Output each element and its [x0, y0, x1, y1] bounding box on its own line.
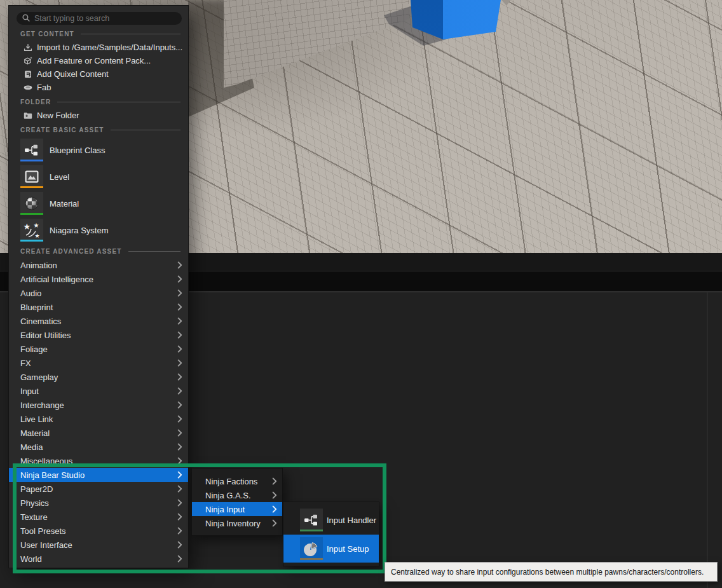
- search-icon: [22, 13, 31, 24]
- category-cinematics[interactable]: Cinematics: [9, 314, 188, 328]
- category-tool-presets[interactable]: Tool Presets: [9, 524, 188, 538]
- category-texture[interactable]: Texture: [9, 510, 188, 524]
- chevron-right-icon: [177, 499, 182, 507]
- input-handler-icon: [300, 509, 323, 531]
- category-animation[interactable]: Animation: [9, 258, 188, 272]
- chevron-right-icon: [177, 289, 182, 297]
- category-audio[interactable]: Audio: [9, 286, 188, 300]
- asset-color-underline: [20, 160, 43, 161]
- chevron-right-icon: [177, 345, 182, 353]
- tooltip: Centralized way to share input configura…: [385, 562, 718, 582]
- category-world[interactable]: World: [9, 552, 188, 566]
- tooltip-text: Centralized way to share input configura…: [391, 568, 704, 577]
- category-artificial-intelligence[interactable]: Artificial Intelligence: [9, 272, 188, 286]
- chevron-right-icon: [177, 359, 182, 367]
- menu-item-import-to-game-samples-data-inputs[interactable]: Import to /Game/Samples/Data/Inputs...: [9, 41, 188, 54]
- category-foliage[interactable]: Foliage: [9, 342, 188, 356]
- menu-item-input-handler[interactable]: Input Handler: [283, 505, 379, 535]
- category-editor-utilities[interactable]: Editor Utilities: [9, 328, 188, 342]
- category-fx[interactable]: FX: [9, 356, 188, 370]
- chevron-right-icon: [177, 373, 182, 381]
- create-basic-asset-list: Blueprint Class Level Material ★★★: [9, 137, 188, 243]
- chevron-right-icon: [177, 485, 182, 493]
- chevron-right-icon: [177, 317, 182, 325]
- section-header-create-advanced-asset: CREATE ADVANCED ASSET: [20, 247, 180, 256]
- menu-item-blueprint-class[interactable]: Blueprint Class: [9, 137, 188, 163]
- blueprint-class-icon: [20, 139, 43, 161]
- chevron-right-icon: [177, 415, 182, 423]
- category-material[interactable]: Material: [9, 426, 188, 440]
- menu-item-level[interactable]: Level: [9, 163, 188, 190]
- menu-item-fab[interactable]: Fab: [9, 81, 188, 94]
- category-miscellaneous[interactable]: Miscellaneous: [9, 454, 188, 468]
- chevron-right-icon: [272, 477, 277, 485]
- submenu-item-ninja-g-a-s[interactable]: Ninja G.A.S.: [192, 488, 282, 502]
- chevron-right-icon: [177, 555, 182, 563]
- material-icon: [20, 192, 43, 215]
- chevron-right-icon: [177, 513, 182, 521]
- category-user-interface[interactable]: User Interface: [9, 538, 188, 552]
- content-pack-icon: [23, 56, 33, 66]
- chevron-right-icon: [177, 541, 182, 549]
- chevron-right-icon: [177, 387, 182, 395]
- asset-color-underline: [300, 530, 323, 531]
- unreal-editor-screen: GET CONTENT Import to /Game/Samples/Data…: [0, 0, 722, 588]
- new-folder-icon: [23, 111, 33, 121]
- asset-color-underline: [20, 186, 43, 188]
- import-icon: [23, 43, 33, 53]
- input-setup-icon: [300, 537, 323, 560]
- submenu-item-ninja-inventory[interactable]: Ninja Inventory: [192, 516, 282, 530]
- chevron-right-icon: [177, 303, 182, 311]
- svg-text:★: ★: [35, 233, 40, 239]
- quixel-icon: [23, 69, 33, 79]
- chevron-right-icon: [177, 457, 182, 465]
- menu-item-material[interactable]: Material: [9, 190, 188, 217]
- ninja-input-submenu: Input Handler Input Setup: [283, 502, 379, 566]
- section-header-folder: FOLDER: [20, 97, 180, 106]
- search-input[interactable]: [34, 14, 177, 23]
- chevron-right-icon: [177, 401, 182, 409]
- chevron-right-icon: [177, 429, 182, 437]
- category-paper2d[interactable]: Paper2D: [9, 482, 188, 496]
- category-physics[interactable]: Physics: [9, 496, 188, 510]
- content-browser-context-menu: GET CONTENT Import to /Game/Samples/Data…: [9, 6, 188, 568]
- folder-list: New Folder: [9, 109, 188, 122]
- category-input[interactable]: Input: [9, 384, 188, 398]
- menu-item-add-feature-or-content-pack[interactable]: Add Feature or Content Pack...: [9, 54, 188, 67]
- asset-color-underline: [20, 213, 43, 215]
- menu-item-niagara-system[interactable]: ★★★ Niagara System: [9, 217, 188, 243]
- chevron-right-icon: [177, 275, 182, 283]
- fab-icon: [23, 83, 33, 93]
- category-media[interactable]: Media: [9, 440, 188, 454]
- category-ninja-bear-studio[interactable]: Ninja Bear Studio: [9, 468, 188, 482]
- level-icon: [20, 165, 43, 188]
- search-box[interactable]: [17, 12, 182, 25]
- menu-item-input-setup[interactable]: Input Setup: [283, 535, 379, 563]
- chevron-right-icon: [272, 505, 277, 513]
- get-content-list: Import to /Game/Samples/Data/Inputs... A…: [9, 41, 188, 94]
- chevron-right-icon: [272, 519, 277, 527]
- svg-text:★: ★: [34, 222, 39, 229]
- chevron-right-icon: [272, 491, 277, 499]
- section-header-create-basic-asset: CREATE BASIC ASSET: [20, 125, 180, 134]
- niagara-icon: ★★★: [20, 219, 43, 242]
- category-gameplay[interactable]: Gameplay: [9, 370, 188, 384]
- svg-text:★: ★: [24, 222, 31, 231]
- asset-color-underline: [20, 240, 43, 242]
- category-blueprint[interactable]: Blueprint: [9, 300, 188, 314]
- chevron-right-icon: [177, 443, 182, 451]
- submenu-item-ninja-input[interactable]: Ninja Input: [192, 502, 282, 516]
- section-header-get-content: GET CONTENT: [20, 29, 180, 38]
- category-interchange[interactable]: Interchange: [9, 398, 188, 412]
- submenu-item-ninja-factions[interactable]: Ninja Factions: [192, 474, 282, 488]
- chevron-right-icon: [177, 261, 182, 269]
- ninja-bear-studio-submenu: Ninja Factions Ninja G.A.S. Ninja Input …: [192, 468, 282, 535]
- menu-item-add-quixel-content[interactable]: Add Quixel Content: [9, 67, 188, 81]
- menu-item-new-folder[interactable]: New Folder: [9, 109, 188, 122]
- chevron-right-icon: [177, 331, 182, 339]
- create-advanced-asset-list: Animation Artificial Intelligence Audio …: [9, 258, 188, 566]
- panel-divider: [707, 292, 708, 588]
- asset-color-underline: [300, 558, 323, 560]
- category-live-link[interactable]: Live Link: [9, 412, 188, 426]
- chevron-right-icon: [177, 471, 182, 479]
